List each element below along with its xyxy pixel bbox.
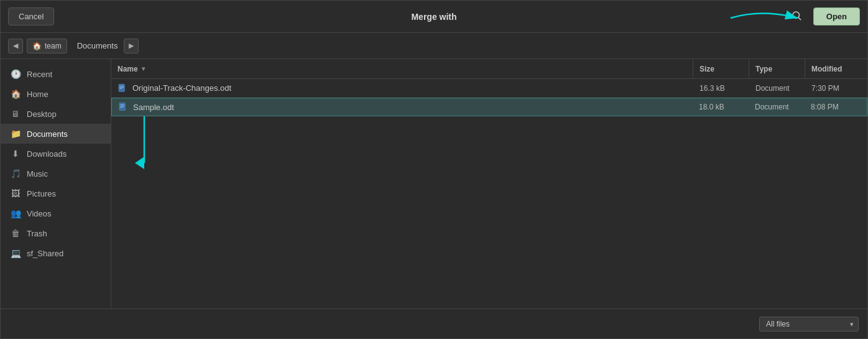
file-modified-0: 7:30 PM: [805, 84, 867, 93]
sidebar-item-music[interactable]: 🎵 Music: [1, 164, 111, 183]
sort-arrow-icon: ▼: [141, 65, 147, 72]
sidebar-label-music: Music: [27, 169, 48, 179]
cancel-button[interactable]: Cancel: [8, 7, 54, 26]
sidebar-label-desktop: Desktop: [27, 109, 57, 119]
col-modified-header[interactable]: Modified: [805, 59, 867, 78]
sidebar-label-recent: Recent: [27, 70, 52, 79]
filter-wrapper: All files ODT Files Documents: [759, 317, 859, 332]
col-modified-label: Modified: [811, 65, 842, 73]
downloads-icon: ⬇: [11, 149, 21, 159]
svg-rect-3: [119, 84, 124, 91]
sidebar-item-pictures[interactable]: 🖼 Pictures: [1, 183, 111, 203]
col-size-header[interactable]: Size: [693, 59, 749, 78]
svg-rect-6: [119, 88, 122, 89]
home-icon: 🏠: [32, 42, 42, 50]
open-button[interactable]: Open: [813, 7, 860, 26]
sidebar-label-trash: Trash: [27, 229, 47, 238]
toolbar: ◀ 🏠 team Documents ▶: [1, 33, 867, 59]
back-button[interactable]: ◀: [8, 39, 23, 53]
sidebar-item-sf-shared[interactable]: 💻 sf_Shared: [1, 243, 111, 263]
svg-rect-5: [119, 87, 124, 88]
forward-button[interactable]: ▶: [124, 39, 139, 53]
sidebar-item-downloads[interactable]: ⬇ Downloads: [1, 144, 111, 164]
forward-icon: ▶: [129, 42, 134, 50]
pictures-icon: 🖼: [11, 188, 21, 198]
file-size-0: 16.3 kB: [693, 84, 749, 93]
svg-point-0: [793, 12, 800, 19]
documents-icon: 📁: [11, 129, 21, 139]
sidebar-label-documents: Documents: [27, 129, 68, 139]
col-name-label: Name: [118, 65, 138, 73]
svg-line-1: [798, 17, 800, 19]
recent-icon: 🕐: [11, 69, 21, 79]
file-type-0: Document: [749, 84, 805, 93]
search-button[interactable]: [786, 7, 807, 26]
file-row-0[interactable]: Original-Track-Changes.odt 16.3 kB Docum…: [111, 79, 867, 98]
sample-file-arrow: [135, 116, 154, 172]
sidebar-label-videos: Videos: [27, 209, 52, 218]
trash-icon: 🗑: [11, 228, 21, 238]
file-list: Original-Track-Changes.odt 16.3 kB Docum…: [111, 79, 867, 309]
breadcrumb-home-label: team: [45, 42, 62, 50]
dialog-title: Merge with: [411, 12, 456, 22]
sidebar-label-sf-shared: sf_Shared: [27, 249, 63, 258]
svg-rect-8: [120, 104, 124, 105]
sf-shared-icon: 💻: [11, 248, 21, 258]
sidebar-item-desktop[interactable]: 🖥 Desktop: [1, 104, 111, 124]
file-list-header: Name ▼ Size Type Modified: [111, 59, 867, 79]
col-size-label: Size: [699, 65, 714, 73]
file-row-1[interactable]: Sample.odt 18.0 kB Document 8:08 PM: [111, 98, 867, 116]
desktop-icon: 🖥: [11, 109, 21, 119]
videos-icon: 👥: [11, 208, 21, 218]
search-icon: [791, 10, 802, 21]
file-size-1: 18.0 kB: [693, 103, 749, 111]
col-name-header[interactable]: Name ▼: [111, 59, 693, 78]
footer: All files ODT Files Documents: [1, 309, 867, 338]
file-modified-1: 8:08 PM: [805, 103, 867, 111]
sidebar-label-downloads: Downloads: [27, 149, 67, 159]
col-type-label: Type: [755, 65, 772, 73]
file-name-1: Sample.odt: [112, 102, 693, 112]
col-type-header[interactable]: Type: [749, 59, 805, 78]
file-area: Name ▼ Size Type Modified: [111, 59, 867, 309]
filter-select[interactable]: All files ODT Files Documents: [759, 317, 859, 332]
file-icon-0: [118, 83, 127, 93]
file-name-0: Original-Track-Changes.odt: [111, 83, 693, 93]
svg-rect-10: [120, 107, 123, 108]
sidebar-label-pictures: Pictures: [27, 189, 56, 198]
sidebar-item-home[interactable]: 🏠 Home: [1, 84, 111, 104]
svg-rect-9: [120, 106, 124, 106]
sidebar-label-home: Home: [27, 90, 48, 99]
file-icon-1: [118, 102, 128, 112]
back-icon: ◀: [13, 42, 18, 50]
breadcrumb-home[interactable]: 🏠 team: [27, 39, 67, 53]
breadcrumb-current: Documents: [75, 40, 121, 52]
sidebar: 🕐 Recent 🏠 Home 🖥 Desktop 📁 Documents ⬇: [1, 59, 111, 309]
file-type-1: Document: [749, 103, 805, 111]
home-sidebar-icon: 🏠: [11, 89, 21, 99]
sidebar-item-trash[interactable]: 🗑 Trash: [1, 223, 111, 243]
sidebar-item-recent[interactable]: 🕐 Recent: [1, 64, 111, 84]
music-icon: 🎵: [11, 169, 21, 179]
svg-rect-7: [119, 103, 125, 110]
sidebar-item-documents[interactable]: 📁 Documents: [1, 124, 111, 144]
sidebar-item-videos[interactable]: 👥 Videos: [1, 203, 111, 223]
svg-rect-4: [119, 86, 124, 86]
